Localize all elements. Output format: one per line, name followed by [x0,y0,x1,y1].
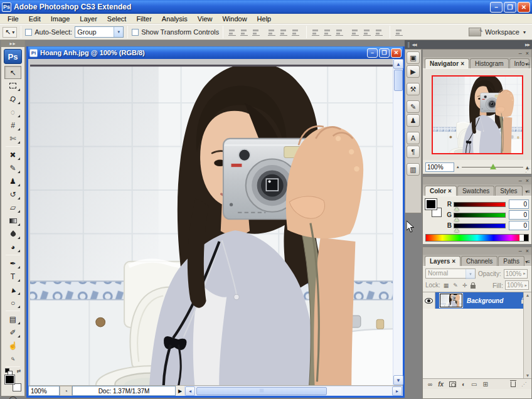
foreground-color-swatch[interactable] [425,199,437,210]
panel-minimize-icon[interactable]: – [519,248,522,254]
doc-minimize-button[interactable]: – [367,48,378,58]
red-value-input[interactable] [509,200,529,209]
slider-thumb[interactable] [454,228,459,232]
eyedropper-tool-button[interactable]: ✐ [4,326,21,339]
panel-minimize-icon[interactable]: – [519,178,522,184]
tab-swatches[interactable]: Swatches [457,186,494,196]
crop-tool-button[interactable]: # [4,119,21,132]
zoom-tool-button[interactable]: ♀ [4,352,21,365]
panel-close-icon[interactable]: × [526,248,529,254]
distribute-left-edges-icon[interactable] [351,28,361,36]
workspace-label[interactable]: Workspace [485,28,519,36]
align-right-edges-icon[interactable] [292,28,301,36]
dodge-tool-button[interactable]: ◕ [4,240,21,253]
vertical-scrollbar[interactable]: ▲ ▼ [393,59,403,385]
panel-menu-icon[interactable]: ▾≡ [525,61,529,67]
menu-analysis[interactable]: Analysis [157,15,193,23]
move-tool-button[interactable]: ↖ [4,66,21,79]
panel-close-icon[interactable]: × [526,50,529,56]
default-colors-swap[interactable]: ⇄ [5,368,21,374]
character-icon[interactable]: A [407,132,420,144]
quick-mask-button[interactable]: ◯ [4,393,21,399]
tool-presets-icon[interactable]: ⚒ [407,83,420,95]
panel-close-icon[interactable]: × [526,178,529,184]
frames-icon[interactable]: ▣ [407,51,420,64]
scroll-down-icon[interactable]: ▼ [393,375,403,385]
slider-thumb[interactable] [454,218,459,221]
menu-layer[interactable]: Layer [75,15,102,23]
tab-close-icon[interactable]: × [448,188,452,194]
foreground-color-swatch[interactable] [5,375,14,384]
go-to-bridge-icon[interactable] [469,28,481,36]
tab-histogram[interactable]: Histogram [470,58,509,68]
vertical-scroll-thumb[interactable] [394,70,403,91]
background-color-swatch[interactable] [13,383,21,391]
actions-icon[interactable]: ▶ [407,65,420,78]
layer-comps-icon[interactable]: ▥ [407,163,420,176]
document-canvas[interactable] [28,59,403,385]
layer-list-scrollbar[interactable]: ▲ ▼ [523,292,531,378]
blend-mode-dropdown[interactable]: Normal ▾ [425,269,476,279]
rectangular-marquee-tool-button[interactable] [4,79,21,92]
shape-tool-button[interactable]: ○ [4,296,21,309]
tab-navigator[interactable]: Navigator × [425,58,469,68]
doc-maximize-button[interactable]: ❐ [379,48,390,58]
slider-thumb[interactable] [454,207,459,211]
horizontal-scroll-thumb[interactable] [196,387,327,395]
eraser-tool-button[interactable]: ▱ [4,201,21,214]
slice-tool-button[interactable]: ✄ [4,132,21,145]
document-titlebar[interactable]: Pi Hoang Anh.jpg @ 100% (RGB/8) – ❐ ✕ [28,46,403,59]
notes-tool-button[interactable]: ▤ [4,312,21,326]
blue-value-input[interactable] [509,221,529,230]
tab-layers[interactable]: Layers × [425,256,460,266]
new-layer-icon[interactable]: ⊞ [483,381,488,388]
panel-menu-icon[interactable]: ▾≡ [525,189,529,194]
type-tool-button[interactable]: T [4,270,21,283]
tab-color[interactable]: Color × [425,186,457,196]
menu-select[interactable]: Select [102,15,132,23]
add-layer-mask-icon[interactable] [449,381,456,387]
delete-layer-icon[interactable] [511,381,516,387]
color-spectrum-ramp[interactable] [425,234,529,242]
status-menu-arrow-icon[interactable]: ▶ [176,386,184,396]
quick-selection-tool-button[interactable]: ◌ [4,105,21,119]
distribute-vertical-centers-icon[interactable] [324,28,333,36]
collapse-dock-icon[interactable]: ◂◂ [412,41,417,48]
scroll-right-icon[interactable]: ▸ [392,386,402,396]
auto-align-layers-icon[interactable] [395,28,405,36]
green-value-input[interactable] [509,210,529,220]
distribute-top-edges-icon[interactable] [312,28,321,36]
layer-thumbnail[interactable] [440,294,462,307]
close-button[interactable]: ✕ [518,2,530,13]
zoom-out-icon[interactable]: ▴ [457,164,459,169]
align-horizontal-centers-icon[interactable] [280,28,289,36]
hand-tool-button[interactable]: ☝ [4,339,21,352]
tab-styles[interactable]: Styles [495,186,522,196]
navigator-zoom-slider[interactable] [462,163,523,171]
lasso-tool-button[interactable]: Ω [4,92,21,105]
path-selection-tool-button[interactable]: ▲ [4,283,21,296]
menu-help[interactable]: Help [252,15,277,23]
gradient-tool-button[interactable] [4,214,21,227]
visibility-toggle[interactable] [423,292,435,309]
tool-preset-picker[interactable]: ↖ ▾ [3,27,17,38]
green-slider[interactable] [454,213,506,218]
minimize-button[interactable]: – [490,2,503,13]
menu-edit[interactable]: Edit [24,15,46,23]
history-brush-tool-button[interactable]: ↺ [4,188,21,201]
align-left-edges-icon[interactable] [268,28,277,36]
blur-tool-button[interactable] [4,227,21,240]
panel-menu-icon[interactable]: ▾≡ [525,259,529,265]
align-bottom-edges-icon[interactable] [252,28,262,36]
tab-channels[interactable]: Channels [461,256,497,266]
swap-colors-icon[interactable]: ⇄ [17,368,21,374]
ps-logo[interactable]: Ps [4,49,22,64]
lock-transparency-icon[interactable]: ▦ [442,282,450,289]
expand-dock-icon[interactable]: ▸▸ [525,41,529,48]
lock-position-icon[interactable]: ✛ [461,282,469,289]
brushes-icon[interactable]: ✎ [407,100,420,113]
scroll-left-icon[interactable]: ◂ [185,386,195,396]
slider-thumb[interactable] [490,164,496,169]
layer-row-background[interactable]: Background [423,292,531,309]
toolbox-collapse-icon[interactable]: ▸▸ [1,41,24,47]
